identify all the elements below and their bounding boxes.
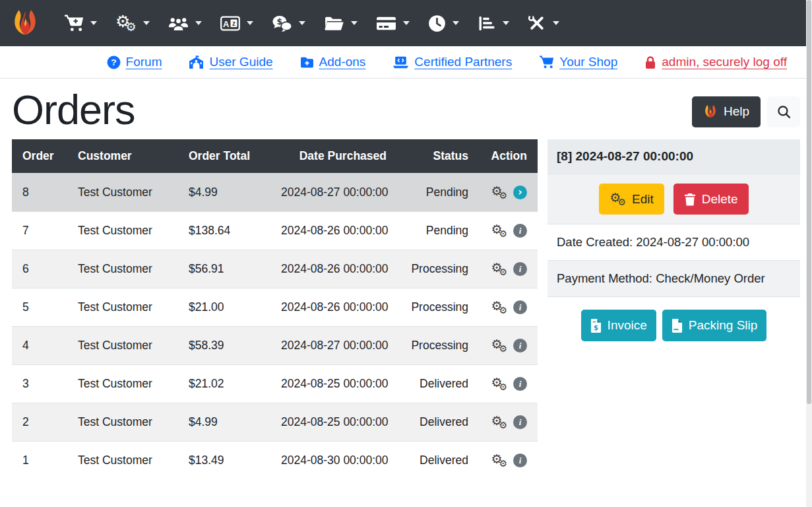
school-icon bbox=[189, 55, 204, 69]
order-row[interactable]: 7 Test Customer $138.64 2024-08-26 00:00… bbox=[12, 212, 538, 250]
navbar-menu-marketing[interactable]: $ bbox=[263, 0, 315, 46]
vertical-scrollbar[interactable] bbox=[806, 0, 812, 507]
info-circle-icon[interactable]: i bbox=[513, 224, 527, 238]
order-row[interactable]: 3 Test Customer $21.02 2024-08-25 00:00:… bbox=[12, 365, 538, 403]
order-id-cell: 1 bbox=[12, 442, 67, 480]
info-circle-icon[interactable]: i bbox=[513, 454, 527, 467]
column-order-total: Order Total bbox=[178, 139, 270, 174]
invoice-button-label: Invoice bbox=[608, 318, 647, 333]
customer-cell: Test Customer bbox=[67, 174, 178, 212]
column-order: Order bbox=[12, 139, 67, 174]
status-cell: Delivered bbox=[397, 403, 479, 442]
action-cell: ⚙⚙ i › bbox=[479, 327, 538, 365]
delete-button[interactable]: Delete bbox=[673, 184, 749, 215]
navbar-menus: ⚙⚙ A z $ bbox=[55, 0, 569, 46]
date-purchased-cell: 2024-08-26 00:00:00 bbox=[270, 250, 397, 288]
navbar-menu-scheduled[interactable] bbox=[419, 0, 468, 46]
orders-table: Order Customer Order Total Date Purchase… bbox=[12, 139, 538, 479]
log-off-link[interactable]: admin, securely log off bbox=[644, 55, 787, 69]
tools-icon bbox=[528, 15, 546, 32]
status-cell: Pending bbox=[397, 174, 479, 212]
order-actions-gears-icon[interactable]: ⚙⚙ bbox=[491, 261, 507, 277]
packing-slip-button[interactable]: Packing Slip bbox=[662, 310, 767, 341]
order-total-cell: $4.99 bbox=[178, 403, 270, 442]
navbar-menu-configuration[interactable] bbox=[518, 0, 569, 46]
order-total-cell: $21.00 bbox=[178, 288, 270, 327]
chevron-down-icon bbox=[195, 21, 202, 25]
edit-button[interactable]: ⚙⚙ Edit bbox=[599, 184, 664, 215]
info-circle-icon[interactable]: i bbox=[513, 262, 527, 276]
order-detail-actions: ⚙⚙ Edit Delete bbox=[547, 174, 800, 224]
forum-link[interactable]: ? Forum bbox=[107, 55, 162, 69]
info-circle-icon[interactable]: i bbox=[513, 377, 527, 391]
date-purchased-cell: 2024-08-30 00:00:00 bbox=[270, 442, 397, 480]
chart-bars-icon bbox=[478, 15, 496, 32]
status-cell: Delivered bbox=[397, 442, 479, 480]
column-action: Action bbox=[479, 139, 538, 174]
order-row[interactable]: 1 Test Customer $13.49 2024-08-30 00:00:… bbox=[12, 442, 538, 480]
order-actions-gears-icon[interactable]: ⚙⚙ bbox=[491, 300, 507, 315]
column-customer: Customer bbox=[67, 139, 178, 174]
help-button[interactable]: Help bbox=[692, 96, 761, 127]
navbar-menu-reports[interactable] bbox=[468, 0, 518, 46]
your-shop-link[interactable]: Your Shop bbox=[539, 55, 617, 69]
order-actions-gears-icon[interactable]: ⚙⚙ bbox=[491, 415, 507, 430]
order-row[interactable]: 4 Test Customer $58.39 2024-08-27 00:00:… bbox=[12, 327, 538, 365]
info-circle-icon[interactable]: i bbox=[513, 339, 527, 353]
order-row[interactable]: 2 Test Customer $4.99 2024-08-25 00:00:0… bbox=[12, 403, 538, 442]
customer-cell: Test Customer bbox=[67, 288, 178, 327]
navbar-menu-localization[interactable]: A z bbox=[211, 0, 263, 46]
order-row[interactable]: 5 Test Customer $21.00 2024-08-26 00:00:… bbox=[12, 288, 538, 327]
file-invoice-dollar-icon: $ bbox=[590, 319, 602, 333]
lock-icon bbox=[644, 55, 656, 69]
chevron-down-icon bbox=[403, 21, 410, 25]
order-actions-gears-icon[interactable]: ⚙⚙ bbox=[491, 453, 507, 468]
svg-text:$: $ bbox=[594, 323, 598, 331]
file-signature-icon bbox=[671, 319, 683, 333]
action-cell: ⚙⚙ i › bbox=[479, 442, 538, 480]
date-created-row: Date Created: 2024-08-27 00:00:00 bbox=[547, 224, 800, 261]
scrollbar-thumb[interactable] bbox=[807, 0, 811, 404]
your-shop-link-label: Your Shop bbox=[559, 55, 617, 69]
invoice-button[interactable]: $ Invoice bbox=[581, 310, 656, 341]
navbar-menu-customers[interactable] bbox=[159, 0, 211, 46]
folder-plus-icon bbox=[300, 55, 314, 69]
order-id-cell: 7 bbox=[12, 212, 67, 250]
edit-button-label: Edit bbox=[632, 192, 654, 207]
order-id-cell: 4 bbox=[12, 327, 67, 365]
order-row[interactable]: 6 Test Customer $56.91 2024-08-26 00:00:… bbox=[12, 250, 538, 288]
navbar-menu-tools-files[interactable] bbox=[315, 0, 367, 46]
navbar-menu-payments[interactable] bbox=[367, 0, 419, 46]
user-guide-link[interactable]: User Guide bbox=[189, 55, 272, 69]
shopping-cart-icon bbox=[539, 55, 554, 69]
chevron-down-icon bbox=[143, 21, 150, 25]
info-circle-icon[interactable]: i bbox=[513, 300, 527, 314]
order-actions-gears-icon[interactable]: ⚙⚙ bbox=[491, 376, 507, 391]
certified-partners-link[interactable]: Certified Partners bbox=[392, 55, 512, 69]
order-actions-gears-icon[interactable]: ⚙⚙ bbox=[491, 185, 507, 200]
order-row[interactable]: 8 Test Customer $4.99 2024-08-27 00:00:0… bbox=[12, 174, 538, 212]
order-total-cell: $138.64 bbox=[178, 212, 270, 250]
chevron-down-icon bbox=[299, 21, 305, 25]
date-purchased-cell: 2024-08-26 00:00:00 bbox=[270, 288, 397, 327]
date-purchased-cell: 2024-08-27 00:00:00 bbox=[270, 174, 397, 212]
search-button[interactable] bbox=[767, 96, 800, 127]
action-cell: ⚙⚙ i › bbox=[479, 288, 538, 327]
action-cell: ⚙⚙ i › bbox=[479, 365, 538, 403]
phoenix-logo[interactable] bbox=[11, 7, 39, 39]
info-circle-icon[interactable]: i bbox=[513, 415, 527, 429]
chevron-right-circle-icon[interactable]: › bbox=[513, 186, 527, 199]
order-print-actions: $ Invoice Packing Slip bbox=[547, 297, 800, 354]
orders-table-header: Order Customer Order Total Date Purchase… bbox=[12, 139, 538, 174]
search-icon bbox=[777, 105, 791, 119]
navbar-menu-modules[interactable]: ⚙⚙ bbox=[106, 0, 159, 46]
cart-plus-icon bbox=[64, 15, 84, 32]
order-total-cell: $21.02 bbox=[178, 365, 270, 403]
chevron-down-icon bbox=[90, 21, 97, 25]
trash-icon bbox=[684, 193, 696, 206]
header-actions: Help bbox=[692, 96, 800, 127]
order-actions-gears-icon[interactable]: ⚙⚙ bbox=[491, 338, 507, 353]
navbar-menu-catalog[interactable] bbox=[55, 0, 106, 46]
add-ons-link[interactable]: Add-ons bbox=[300, 55, 366, 69]
order-actions-gears-icon[interactable]: ⚙⚙ bbox=[491, 223, 507, 238]
